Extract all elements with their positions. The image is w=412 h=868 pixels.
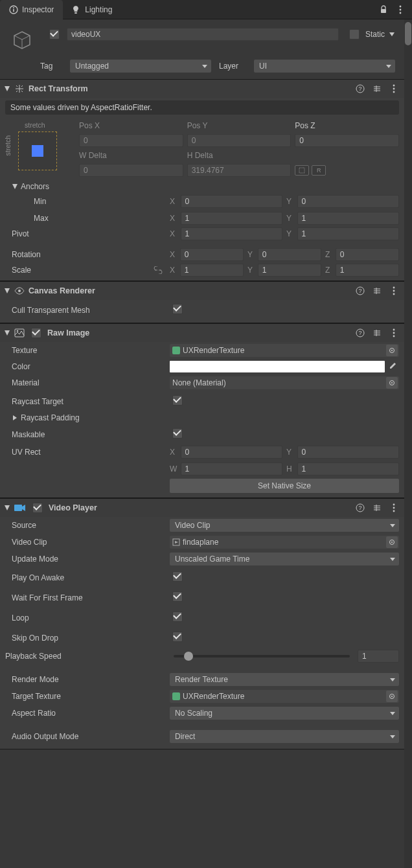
tab-lighting-label: Lighting (85, 5, 112, 14)
source-dropdown[interactable]: Video Clip (170, 519, 399, 532)
uvrect-y-input[interactable] (297, 446, 399, 459)
scale-x-input[interactable] (180, 264, 244, 277)
rotation-x-input[interactable] (180, 248, 244, 261)
svg-point-35 (393, 504, 395, 506)
foldout-icon[interactable] (4, 85, 10, 93)
playback-speed-input[interactable] (358, 650, 399, 663)
kebab-icon[interactable] (389, 286, 399, 296)
svg-point-7 (400, 12, 402, 14)
static-dropdown-icon[interactable] (389, 30, 395, 38)
texture-field[interactable]: UXRenderTexture (170, 344, 399, 357)
clip-icon (172, 538, 180, 546)
material-field[interactable]: None (Material) (170, 376, 399, 389)
kebab-icon[interactable] (389, 84, 399, 94)
rotation-z-input[interactable] (336, 248, 399, 261)
eyedropper-icon[interactable] (387, 362, 399, 371)
help-icon[interactable]: ? (355, 503, 365, 513)
canvas-renderer-section: Canvas Renderer ? Cull Transparent Mesh (0, 281, 404, 323)
render-mode-dropdown[interactable]: Render Texture (170, 673, 399, 686)
uvrect-w-input[interactable] (181, 463, 282, 475)
preset-icon[interactable] (372, 328, 382, 338)
tab-inspector[interactable]: Inspector (0, 0, 63, 19)
preset-icon[interactable] (372, 84, 382, 94)
raw-image-title: Raw Image (47, 328, 89, 337)
scale-z-input[interactable] (336, 264, 399, 277)
anchors-min-x-input[interactable] (181, 195, 282, 208)
raycast-padding-label[interactable]: Raycast Padding (5, 413, 166, 422)
set-native-size-button[interactable]: Set Native Size (170, 479, 399, 493)
target-texture-field[interactable]: UXRenderTexture (170, 690, 399, 703)
stretch-left-label: stretch (4, 135, 12, 156)
kebab-icon[interactable] (395, 5, 406, 15)
link-icon[interactable] (153, 266, 163, 274)
rotation-y-input[interactable] (258, 248, 321, 261)
foldout-icon[interactable] (4, 287, 10, 295)
posy-input[interactable] (187, 134, 292, 147)
scale-y-input[interactable] (258, 264, 321, 277)
tab-lighting[interactable]: Lighting (63, 0, 121, 19)
svg-rect-13 (299, 168, 304, 173)
help-icon[interactable]: ? (355, 328, 365, 338)
stretch-top-label: stretch (5, 121, 76, 129)
play-on-awake-label: Play On Awake (5, 573, 166, 582)
blueprint-mode-button[interactable] (295, 165, 309, 176)
preset-icon[interactable] (372, 286, 382, 296)
update-mode-dropdown[interactable]: Unscaled Game Time (170, 553, 399, 565)
loop-checkbox[interactable] (172, 611, 183, 622)
preset-icon[interactable] (372, 503, 382, 513)
anchors-min-y-input[interactable] (297, 195, 399, 208)
help-icon[interactable]: ? (355, 84, 365, 94)
anchors-max-label: Max (5, 214, 166, 223)
kebab-icon[interactable] (389, 503, 399, 513)
layer-dropdown[interactable]: UI (254, 60, 395, 73)
hdelta-label: H Delta (187, 151, 292, 160)
play-on-awake-checkbox[interactable] (172, 571, 183, 582)
video-player-title: Video Player (49, 503, 97, 512)
tag-dropdown[interactable]: Untagged (70, 60, 211, 73)
raw-image-enabled-checkbox[interactable] (31, 328, 41, 338)
wdelta-input[interactable] (79, 164, 183, 177)
static-checkbox[interactable] (349, 29, 360, 40)
color-field[interactable] (170, 361, 385, 372)
raw-image-section: Raw Image ? Texture UXRenderTexture Colo… (0, 323, 404, 498)
object-picker-icon[interactable] (386, 536, 398, 548)
posz-input[interactable] (295, 134, 399, 147)
posx-input[interactable] (79, 134, 183, 147)
anchor-preset-button[interactable] (18, 131, 57, 170)
aspect-ratio-dropdown[interactable]: No Scaling (170, 707, 399, 720)
gameobject-enabled-checkbox[interactable] (49, 29, 60, 40)
kebab-icon[interactable] (389, 328, 399, 338)
hdelta-input[interactable] (187, 164, 292, 177)
pivot-x-input[interactable] (181, 227, 282, 240)
object-picker-icon[interactable] (386, 691, 398, 702)
uvrect-h-input[interactable] (297, 463, 399, 475)
anchors-label[interactable]: Anchors (5, 182, 166, 191)
cull-label: Cull Transparent Mesh (5, 306, 166, 315)
vertical-scrollbar[interactable] (404, 19, 412, 868)
video-clip-field[interactable]: findaplane (170, 536, 399, 549)
raycast-target-checkbox[interactable] (172, 395, 183, 405)
pivot-y-input[interactable] (297, 227, 399, 240)
lock-icon[interactable] (378, 5, 389, 15)
foldout-icon[interactable] (4, 329, 10, 337)
anchors-max-y-input[interactable] (297, 212, 399, 225)
anchors-max-x-input[interactable] (181, 212, 282, 225)
video-player-enabled-checkbox[interactable] (32, 503, 43, 513)
object-picker-icon[interactable] (386, 377, 398, 389)
material-label: Material (5, 378, 166, 387)
audio-output-dropdown[interactable]: Direct (170, 730, 399, 743)
maskable-checkbox[interactable] (172, 428, 183, 439)
gameobject-name-input[interactable] (67, 28, 339, 41)
raw-edit-button[interactable]: R (312, 165, 326, 176)
wait-first-frame-checkbox[interactable] (172, 591, 183, 602)
playback-speed-slider[interactable] (174, 655, 350, 657)
help-icon[interactable]: ? (355, 286, 365, 296)
uvrect-x-input[interactable] (181, 446, 282, 459)
scrollbar-thumb[interactable] (405, 22, 411, 45)
foldout-icon[interactable] (4, 504, 10, 512)
skip-on-drop-checkbox[interactable] (172, 632, 183, 642)
object-picker-icon[interactable] (386, 345, 398, 356)
svg-point-6 (400, 8, 402, 10)
cull-checkbox[interactable] (172, 304, 183, 314)
svg-point-25 (393, 332, 395, 334)
